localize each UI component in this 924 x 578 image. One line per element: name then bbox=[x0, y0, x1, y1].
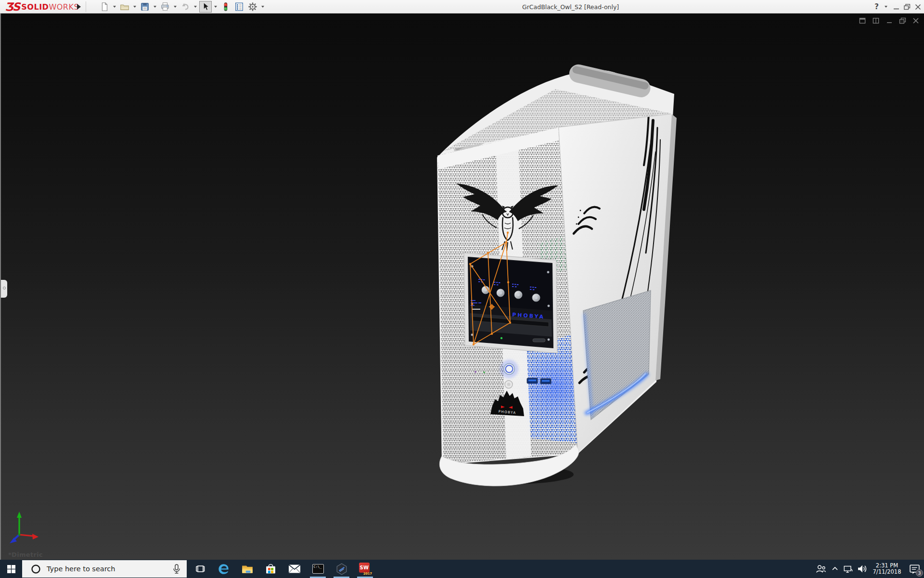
task-view-button[interactable] bbox=[188, 560, 212, 578]
toolbar-separator bbox=[86, 1, 86, 12]
command-prompt-icon: C:\_ bbox=[312, 564, 324, 574]
settings-button[interactable] bbox=[246, 1, 259, 13]
cortana-icon bbox=[31, 564, 41, 574]
volume-button[interactable] bbox=[855, 560, 869, 578]
3d-model-pc-case[interactable]: PHOBYA bbox=[434, 41, 684, 499]
solidworks-logo: ƷS SOLIDWORKS bbox=[5, 0, 79, 13]
window-pane-icon[interactable] bbox=[859, 17, 866, 24]
windows-logo-icon bbox=[7, 565, 15, 573]
print-caret[interactable] bbox=[174, 6, 177, 8]
edrawings-hexagon-icon bbox=[335, 563, 348, 576]
reset-button[interactable] bbox=[505, 381, 513, 388]
dvd-led bbox=[500, 337, 502, 339]
settings-caret[interactable] bbox=[261, 6, 264, 8]
doc-minimize-button[interactable] bbox=[886, 17, 893, 24]
case-side-panel[interactable] bbox=[558, 113, 677, 453]
task-view-icon bbox=[194, 563, 206, 575]
document-window-controls bbox=[859, 17, 919, 24]
network-button[interactable] bbox=[841, 560, 855, 578]
featuremanager-collapsed-tab[interactable] bbox=[1, 280, 7, 298]
open-button[interactable] bbox=[118, 1, 131, 13]
select-caret[interactable] bbox=[214, 6, 217, 8]
fan-controller[interactable]: PHOBYA bbox=[464, 253, 557, 353]
notification-badge: 3 bbox=[916, 569, 923, 577]
edge-icon bbox=[217, 563, 230, 576]
select-cursor-icon bbox=[200, 1, 211, 12]
solidworks-2017-icon: SW 2017 bbox=[359, 563, 371, 575]
taskbar: Type here to search bbox=[0, 560, 924, 578]
speaker-icon bbox=[856, 563, 868, 575]
help-button[interactable]: ? bbox=[874, 2, 879, 11]
clock[interactable]: 2:31 PM 7/11/2018 bbox=[871, 563, 903, 575]
menu-flyout-arrow-icon[interactable] bbox=[77, 4, 81, 10]
help-caret[interactable] bbox=[885, 6, 887, 8]
doc-close-button[interactable] bbox=[912, 17, 919, 24]
restore-button[interactable] bbox=[904, 4, 911, 10]
controller-display-line bbox=[472, 309, 480, 310]
new-document-button[interactable] bbox=[98, 1, 111, 13]
save-caret[interactable] bbox=[154, 6, 156, 8]
solidworks-logo-mark: ƷS bbox=[5, 0, 19, 13]
taskbar-item-file-explorer[interactable] bbox=[235, 560, 259, 578]
minimize-button[interactable] bbox=[893, 4, 899, 10]
power-button[interactable] bbox=[502, 362, 516, 376]
open-folder-icon bbox=[119, 1, 130, 12]
clock-date: 7/11/2018 bbox=[871, 569, 903, 575]
undo-icon bbox=[180, 1, 191, 12]
taskbar-item-edge[interactable] bbox=[212, 560, 235, 578]
triad-x-axis bbox=[19, 535, 34, 536]
graphics-viewport[interactable]: PHOBYA bbox=[0, 13, 924, 560]
microsoft-store-icon bbox=[265, 563, 277, 575]
new-document-caret[interactable] bbox=[113, 6, 116, 8]
open-caret[interactable] bbox=[133, 6, 136, 8]
close-button[interactable] bbox=[915, 4, 921, 10]
traffic-light-icon bbox=[220, 1, 231, 12]
network-icon bbox=[843, 564, 853, 574]
document-title: GrCadBlack_Owl_S2 [Read-only] bbox=[522, 3, 619, 11]
rebuild-button[interactable] bbox=[219, 1, 232, 13]
taskbar-item-command-prompt[interactable]: C:\_ bbox=[306, 560, 330, 578]
search-placeholder: Type here to search bbox=[47, 565, 116, 573]
window-pane-split-icon[interactable] bbox=[873, 17, 880, 24]
undo-caret[interactable] bbox=[194, 6, 197, 8]
save-floppy-icon bbox=[140, 1, 150, 12]
file-explorer-icon bbox=[241, 563, 254, 575]
taskbar-item-mail[interactable] bbox=[282, 560, 306, 578]
mail-icon bbox=[288, 563, 301, 575]
print-icon bbox=[160, 1, 170, 12]
print-button[interactable] bbox=[159, 1, 171, 13]
system-tray: 2:31 PM 7/11/2018 3 bbox=[813, 560, 924, 578]
chevron-up-icon bbox=[831, 565, 839, 573]
titlebar: ƷS SOLIDWORKS bbox=[0, 0, 924, 13]
taskbar-item-microsoft-store[interactable] bbox=[259, 560, 282, 578]
people-icon bbox=[815, 563, 827, 575]
doc-restore-button[interactable] bbox=[899, 17, 906, 24]
taskbar-item-solidworks[interactable]: SW 2017 bbox=[353, 560, 377, 578]
featuremanager-tab-icon bbox=[3, 287, 6, 289]
new-document-icon bbox=[99, 1, 110, 12]
select-tool-button[interactable] bbox=[199, 1, 212, 13]
search-input[interactable]: Type here to search bbox=[22, 560, 187, 578]
view-orientation-label: *Dimetric bbox=[8, 551, 43, 558]
options-list-icon bbox=[234, 1, 244, 12]
taskbar-item-edrawings[interactable] bbox=[330, 560, 353, 578]
screen: ƷS SOLIDWORKS bbox=[0, 0, 924, 578]
action-center-button[interactable]: 3 bbox=[905, 560, 924, 578]
taskbar-apps: C:\_ SW 2017 bbox=[188, 560, 377, 578]
save-button[interactable] bbox=[139, 1, 151, 13]
start-button[interactable] bbox=[0, 560, 22, 578]
tray-overflow-button[interactable] bbox=[829, 560, 841, 578]
undo-button[interactable] bbox=[179, 1, 192, 13]
gear-icon bbox=[247, 1, 258, 12]
standard-toolbar bbox=[98, 1, 266, 13]
dvd-eject-button[interactable] bbox=[533, 339, 545, 342]
people-button[interactable] bbox=[813, 560, 829, 578]
window-controls: ? bbox=[874, 0, 921, 13]
display-options-button[interactable] bbox=[233, 1, 245, 13]
microphone-icon[interactable] bbox=[171, 564, 182, 575]
